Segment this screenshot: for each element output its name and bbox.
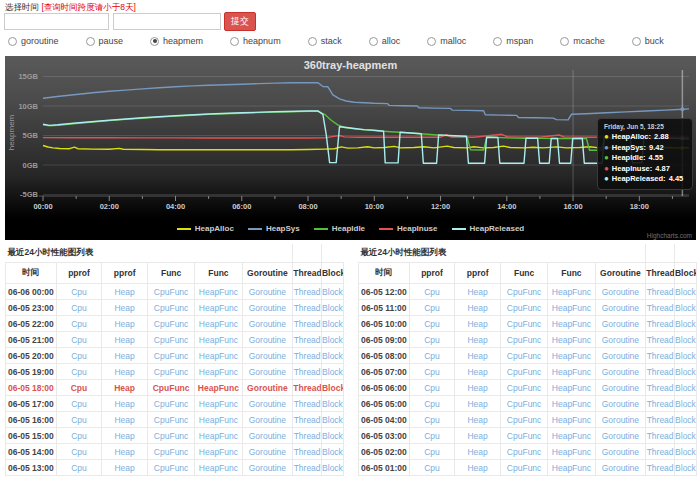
link-goroutine[interactable]: Goroutine <box>602 383 639 393</box>
link-cpufunc[interactable]: CpuFunc <box>154 447 189 457</box>
link-heap[interactable]: Heap <box>114 303 134 313</box>
link-heapfunc[interactable]: HeapFunc <box>552 287 591 297</box>
link-block[interactable]: Block <box>675 319 696 329</box>
link-cpufunc[interactable]: CpuFunc <box>507 463 542 473</box>
link-heap[interactable]: Heap <box>467 431 487 441</box>
link-goroutine[interactable]: Goroutine <box>602 335 639 345</box>
link-block[interactable]: Block <box>675 431 696 441</box>
link-goroutine[interactable]: Goroutine <box>249 303 286 313</box>
link-heap[interactable]: Heap <box>467 319 487 329</box>
legend-item-HeapInuse[interactable]: HeapInuse <box>379 224 437 233</box>
link-goroutine[interactable]: Goroutine <box>602 399 639 409</box>
link-cpufunc[interactable]: CpuFunc <box>154 367 189 377</box>
link-heapfunc[interactable]: HeapFunc <box>199 287 238 297</box>
link-block[interactable]: Block <box>675 447 696 457</box>
link-heap[interactable]: Heap <box>467 383 487 393</box>
link-heap[interactable]: Heap <box>467 463 487 473</box>
radio-circle-mcache[interactable] <box>560 37 569 46</box>
radio-circle-alloc[interactable] <box>369 37 378 46</box>
link-heapfunc[interactable]: HeapFunc <box>552 463 591 473</box>
link-heap[interactable]: Heap <box>114 383 135 393</box>
link-cpu[interactable]: Cpu <box>71 319 87 329</box>
link-cpu[interactable]: Cpu <box>71 399 87 409</box>
link-heapfunc[interactable]: HeapFunc <box>199 335 238 345</box>
link-heapfunc[interactable]: HeapFunc <box>199 351 238 361</box>
link-block[interactable]: Block <box>322 303 343 313</box>
link-heapfunc[interactable]: HeapFunc <box>199 319 238 329</box>
link-heap[interactable]: Heap <box>114 319 134 329</box>
link-cpu[interactable]: Cpu <box>71 415 87 425</box>
link-heapfunc[interactable]: HeapFunc <box>199 463 238 473</box>
link-cpufunc[interactable]: CpuFunc <box>507 415 542 425</box>
link-heap[interactable]: Heap <box>467 335 487 345</box>
link-cpufunc[interactable]: CpuFunc <box>154 335 189 345</box>
link-heap[interactable]: Heap <box>114 463 134 473</box>
link-cpu[interactable]: Cpu <box>71 335 87 345</box>
link-thread[interactable]: Thread <box>647 447 674 457</box>
link-goroutine[interactable]: Goroutine <box>602 431 639 441</box>
link-thread[interactable]: Thread <box>647 415 674 425</box>
link-goroutine[interactable]: Goroutine <box>249 351 286 361</box>
link-cpufunc[interactable]: CpuFunc <box>154 351 189 361</box>
end-time-input[interactable] <box>113 13 221 30</box>
link-heapfunc[interactable]: HeapFunc <box>199 415 238 425</box>
link-cpu[interactable]: Cpu <box>71 447 87 457</box>
link-goroutine[interactable]: Goroutine <box>249 319 286 329</box>
radio-circle-heapmem[interactable] <box>150 37 159 46</box>
radio-circle-goroutine[interactable] <box>8 37 17 46</box>
link-heap[interactable]: Heap <box>114 367 134 377</box>
link-heapfunc[interactable]: HeapFunc <box>552 399 591 409</box>
radio-circle-malloc[interactable] <box>427 37 436 46</box>
link-thread[interactable]: Thread <box>647 399 674 409</box>
link-goroutine[interactable]: Goroutine <box>247 383 288 393</box>
link-block[interactable]: Block <box>675 287 696 297</box>
link-goroutine[interactable]: Goroutine <box>249 287 286 297</box>
link-heap[interactable]: Heap <box>114 447 134 457</box>
link-goroutine[interactable]: Goroutine <box>249 367 286 377</box>
link-cpufunc[interactable]: CpuFunc <box>507 319 542 329</box>
link-thread[interactable]: Thread <box>647 383 674 393</box>
link-thread[interactable]: Thread <box>647 367 674 377</box>
link-thread[interactable]: Thread <box>294 303 321 313</box>
link-cpufunc[interactable]: CpuFunc <box>507 351 542 361</box>
radio-mspan[interactable]: mspan <box>493 36 533 46</box>
link-heap[interactable]: Heap <box>467 287 487 297</box>
link-cpu[interactable]: Cpu <box>71 287 87 297</box>
link-block[interactable]: Block <box>675 415 696 425</box>
radio-alloc[interactable]: alloc <box>369 36 401 46</box>
link-heapfunc[interactable]: HeapFunc <box>199 303 238 313</box>
link-goroutine[interactable]: Goroutine <box>249 431 286 441</box>
link-block[interactable]: Block <box>322 335 343 345</box>
link-cpufunc[interactable]: CpuFunc <box>153 383 190 393</box>
link-cpu[interactable]: Cpu <box>71 431 87 441</box>
link-heap[interactable]: Heap <box>467 447 487 457</box>
link-cpu[interactable]: Cpu <box>424 303 440 313</box>
link-heap[interactable]: Heap <box>114 399 134 409</box>
link-thread[interactable]: Thread <box>293 383 321 393</box>
link-heap[interactable]: Heap <box>467 351 487 361</box>
link-heap[interactable]: Heap <box>467 367 487 377</box>
link-block[interactable]: Block <box>675 303 696 313</box>
radio-mcache[interactable]: mcache <box>560 36 605 46</box>
link-thread[interactable]: Thread <box>294 447 321 457</box>
link-heapfunc[interactable]: HeapFunc <box>552 319 591 329</box>
link-cpufunc[interactable]: CpuFunc <box>507 399 542 409</box>
legend-item-HeapReleased[interactable]: HeapReleased <box>452 224 525 233</box>
radio-stack[interactable]: stack <box>308 36 342 46</box>
link-cpu[interactable]: Cpu <box>424 399 440 409</box>
link-thread[interactable]: Thread <box>294 399 321 409</box>
link-heap[interactable]: Heap <box>467 303 487 313</box>
link-goroutine[interactable]: Goroutine <box>602 351 639 361</box>
link-thread[interactable]: Thread <box>294 415 321 425</box>
link-heap[interactable]: Heap <box>467 415 487 425</box>
link-goroutine[interactable]: Goroutine <box>602 287 639 297</box>
link-block[interactable]: Block <box>322 351 343 361</box>
radio-circle-heapnum[interactable] <box>230 37 239 46</box>
link-heapfunc[interactable]: HeapFunc <box>552 303 591 313</box>
link-cpufunc[interactable]: CpuFunc <box>154 287 189 297</box>
link-cpufunc[interactable]: CpuFunc <box>507 287 542 297</box>
link-block[interactable]: Block <box>322 287 343 297</box>
radio-goroutine[interactable]: goroutine <box>8 36 59 46</box>
link-goroutine[interactable]: Goroutine <box>602 447 639 457</box>
submit-button[interactable]: 提交 <box>224 12 256 31</box>
